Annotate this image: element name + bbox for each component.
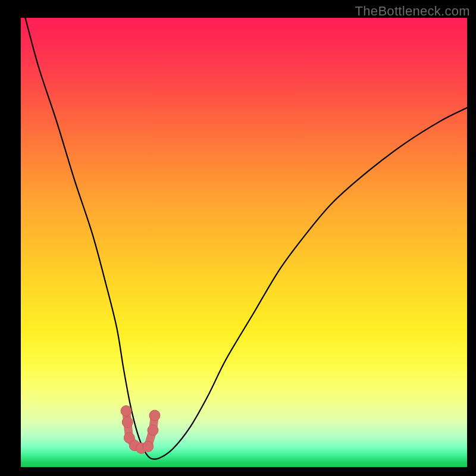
watermark-text: TheBottleneck.com (355, 4, 470, 19)
chart-svg (21, 18, 467, 467)
chart-frame: TheBottleneck.com (0, 0, 476, 476)
plot-area (21, 18, 467, 467)
svg-point-5 (143, 441, 154, 452)
svg-point-1 (122, 417, 133, 428)
bottleneck-curve (26, 18, 468, 459)
svg-point-7 (149, 410, 160, 421)
svg-point-0 (121, 406, 131, 416)
svg-point-6 (148, 425, 158, 436)
l-marker (121, 406, 160, 454)
